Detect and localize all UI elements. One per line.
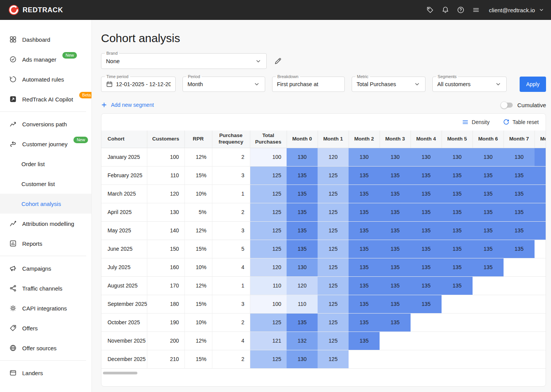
- horizontal-scrollbar[interactable]: [103, 372, 137, 374]
- customer-journey-icon: [9, 140, 17, 148]
- sidebar-divider: [0, 256, 86, 256]
- total-purchases-cell: 125: [250, 240, 287, 258]
- period-select[interactable]: Period Month: [183, 77, 265, 92]
- table-reset-button[interactable]: Table reset: [503, 119, 539, 126]
- sidebar-item-customer-journey[interactable]: Customer journeyNew: [0, 134, 91, 154]
- total-purchases-cell: 125: [250, 185, 287, 203]
- month-0-cell: 135: [287, 240, 318, 258]
- month-3-cell: 135: [380, 258, 411, 276]
- time-period-value: 12-01-2025 - 12-12-2025: [116, 81, 171, 87]
- sidebar-divider: [0, 360, 86, 361]
- month-5-cell: 135: [442, 258, 473, 276]
- sidebar-item-cohort-analysis[interactable]: Cohort analysis: [0, 194, 91, 214]
- sidebar-item-landers[interactable]: Landers: [0, 363, 91, 383]
- sidebar-item-attribution-modelling[interactable]: Attribution modelling: [0, 214, 91, 234]
- bell-icon[interactable]: [438, 2, 453, 18]
- month-4-cell: 135: [411, 166, 442, 185]
- calendar-icon: [106, 81, 113, 88]
- segments-select[interactable]: Segments All customers: [432, 77, 507, 92]
- month-4-cell: 135: [411, 221, 442, 240]
- month-5-cell: 135: [442, 240, 473, 258]
- customers-cell: 150: [147, 240, 184, 258]
- sidebar-item-order-list[interactable]: Order list: [0, 154, 91, 174]
- account-menu[interactable]: client@redtrack.io: [489, 7, 544, 13]
- sidebar-item-offers[interactable]: Offers: [0, 318, 91, 338]
- sidebar-item-redtrack-ai-copilot[interactable]: RedTrack AI CopilotBeta: [0, 89, 91, 109]
- empty-cell: [504, 350, 535, 368]
- month-8-cell-partial: [535, 148, 546, 166]
- sidebar-item-offer-sources[interactable]: Offer sources: [0, 338, 91, 358]
- metric-value: Total Purchases: [357, 81, 396, 87]
- add-segment-button[interactable]: Add new segment: [101, 102, 154, 108]
- month-7-cell: 135: [504, 185, 535, 203]
- metric-select[interactable]: Metric Total Purchases: [352, 77, 425, 92]
- sidebar-item-campaigns[interactable]: Campaigns: [0, 258, 91, 278]
- customers-cell: 100: [147, 148, 184, 166]
- offer-sources-icon: [9, 344, 17, 352]
- sidebar-nav: DashboardAds managerNewAutomated rulesRe…: [0, 20, 92, 392]
- table-row: April 20251305%2125135125135135135135135…: [101, 203, 546, 221]
- customers-cell: 170: [147, 276, 184, 295]
- sidebar-item-capi-integrations[interactable]: CAPI integrations: [0, 298, 91, 318]
- month-2-cell: 135: [349, 185, 380, 203]
- main-content: Cohort analysis Brand None Time period 1…: [92, 20, 551, 392]
- brand-select[interactable]: Brand None: [101, 53, 267, 69]
- edit-brand-icon[interactable]: [274, 57, 282, 65]
- month-1-cell: 125: [318, 185, 349, 203]
- frequency-cell: 4: [212, 258, 250, 276]
- help-icon[interactable]: [453, 2, 468, 18]
- empty-cell: [535, 276, 546, 295]
- month-2-cell: 135: [349, 258, 380, 276]
- sidebar-item-reports[interactable]: Reports: [0, 234, 91, 253]
- empty-cell: [411, 350, 442, 368]
- cumulative-toggle[interactable]: [501, 103, 513, 108]
- apply-button[interactable]: Apply: [520, 77, 546, 92]
- sidebar-item-automated-rules[interactable]: Automated rules: [0, 69, 91, 89]
- month-1-cell: 125: [318, 350, 349, 368]
- month-4-cell: 135: [411, 258, 442, 276]
- sidebar-item-customer-list[interactable]: Customer list: [0, 174, 91, 194]
- topbar-actions: client@redtrack.io: [422, 2, 544, 18]
- frequency-cell: 3: [212, 221, 250, 240]
- traffic-channels-icon: [9, 284, 17, 292]
- empty-cell: [411, 332, 442, 350]
- rpr-cell: 10%: [184, 258, 212, 276]
- month-1-cell: 125: [318, 240, 349, 258]
- redtrack-logo-icon: [8, 5, 19, 15]
- reset-icon: [503, 119, 510, 126]
- table-row: October 202519010%2125135125135135: [101, 313, 546, 332]
- month-7-cell: 135: [504, 221, 535, 240]
- tag-icon[interactable]: [422, 2, 438, 18]
- cohort-cell: January 2025: [101, 148, 147, 166]
- month-3-cell: 135: [380, 166, 411, 185]
- chevron-down-icon: [495, 81, 502, 88]
- empty-cell: [380, 332, 411, 350]
- breakdown-input[interactable]: Breakdown First purchase at: [272, 77, 345, 92]
- month-3-cell: 135: [380, 276, 411, 295]
- month-2-cell: 135: [349, 166, 380, 185]
- cohort-cell: November 2025: [101, 332, 147, 350]
- time-period-input[interactable]: Time period 12-01-2025 - 12-12-2025: [101, 77, 176, 92]
- landers-icon: [9, 369, 17, 377]
- frequency-cell: 3: [212, 166, 250, 185]
- empty-cell: [473, 332, 504, 350]
- total-purchases-cell: 120: [250, 258, 287, 276]
- month-7-cell: 135: [504, 166, 535, 185]
- empty-cell: [411, 313, 442, 332]
- sidebar-item-label: Offers: [22, 325, 38, 332]
- empty-cell: [535, 240, 546, 258]
- redtrack-logo[interactable]: REDTRACK: [8, 5, 63, 15]
- density-button[interactable]: Density: [462, 119, 490, 126]
- menu-icon[interactable]: [468, 2, 484, 18]
- empty-cell: [442, 295, 473, 313]
- month-0-cell: 120: [287, 276, 318, 295]
- cohort-table: CohortCustomersRPRPurchase frequencyTota…: [101, 131, 546, 369]
- month-2-cell: 135: [349, 240, 380, 258]
- sidebar-item-dashboard[interactable]: Dashboard: [0, 29, 91, 49]
- sidebar-item-conversions-path[interactable]: Conversions path: [0, 114, 91, 134]
- sidebar-item-ads-manager[interactable]: Ads managerNew: [0, 49, 91, 69]
- customers-cell: 120: [147, 185, 184, 203]
- sidebar-item-traffic-channels[interactable]: Traffic channels: [0, 278, 91, 298]
- table-toolbar: Density Table reset: [101, 114, 546, 131]
- reports-icon: [9, 240, 17, 247]
